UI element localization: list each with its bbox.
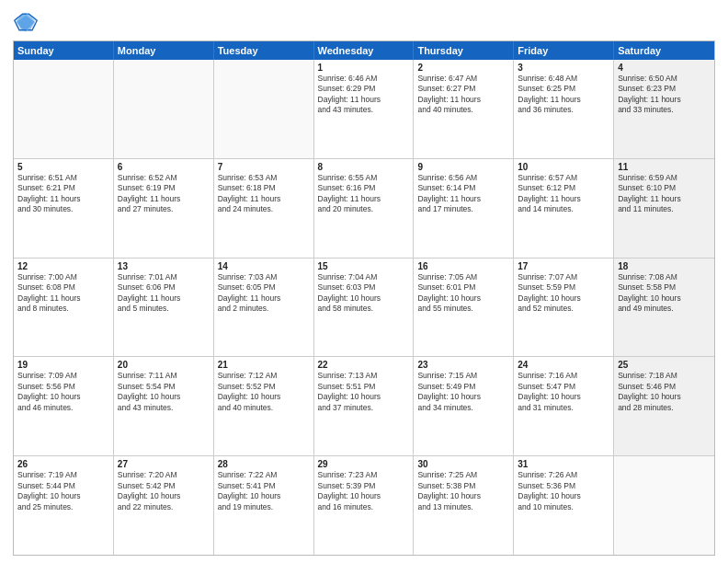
day-number: 16 bbox=[417, 261, 509, 271]
day-info: Sunrise: 7:15 AM Sunset: 5:49 PM Dayligh… bbox=[417, 371, 509, 413]
day-cell bbox=[214, 60, 314, 158]
day-number: 6 bbox=[118, 162, 210, 172]
day-number: 30 bbox=[417, 459, 509, 469]
week-row: 26Sunrise: 7:19 AM Sunset: 5:44 PM Dayli… bbox=[14, 455, 714, 555]
day-cell: 23Sunrise: 7:15 AM Sunset: 5:49 PM Dayli… bbox=[414, 357, 514, 455]
day-number: 20 bbox=[118, 360, 210, 370]
day-info: Sunrise: 7:01 AM Sunset: 6:06 PM Dayligh… bbox=[118, 272, 210, 315]
day-info: Sunrise: 6:48 AM Sunset: 6:25 PM Dayligh… bbox=[518, 74, 609, 116]
day-number: 1 bbox=[318, 63, 410, 73]
day-info: Sunrise: 7:08 AM Sunset: 5:58 PM Dayligh… bbox=[618, 272, 711, 315]
day-info: Sunrise: 7:20 AM Sunset: 5:42 PM Dayligh… bbox=[118, 470, 210, 512]
day-info: Sunrise: 6:57 AM Sunset: 6:12 PM Dayligh… bbox=[518, 173, 609, 215]
header bbox=[13, 9, 715, 35]
day-number: 12 bbox=[17, 261, 109, 271]
day-info: Sunrise: 6:47 AM Sunset: 6:27 PM Dayligh… bbox=[417, 74, 509, 116]
day-number: 21 bbox=[218, 360, 310, 370]
day-number: 13 bbox=[118, 261, 210, 271]
day-headers: SundayMondayTuesdayWednesdayThursdayFrid… bbox=[14, 41, 714, 60]
day-cell: 27Sunrise: 7:20 AM Sunset: 5:42 PM Dayli… bbox=[114, 456, 214, 555]
day-info: Sunrise: 7:12 AM Sunset: 5:52 PM Dayligh… bbox=[218, 371, 310, 413]
day-cell: 19Sunrise: 7:09 AM Sunset: 5:56 PM Dayli… bbox=[14, 357, 114, 455]
day-cell: 13Sunrise: 7:01 AM Sunset: 6:06 PM Dayli… bbox=[114, 259, 214, 357]
week-row: 1Sunrise: 6:46 AM Sunset: 6:29 PM Daylig… bbox=[14, 60, 714, 158]
day-number: 3 bbox=[518, 63, 609, 73]
day-number: 26 bbox=[17, 459, 109, 469]
day-info: Sunrise: 7:18 AM Sunset: 5:46 PM Dayligh… bbox=[618, 371, 711, 413]
day-cell: 7Sunrise: 6:53 AM Sunset: 6:18 PM Daylig… bbox=[214, 159, 314, 258]
day-cell bbox=[614, 456, 714, 555]
day-cell: 11Sunrise: 6:59 AM Sunset: 6:10 PM Dayli… bbox=[614, 159, 714, 258]
day-cell: 25Sunrise: 7:18 AM Sunset: 5:46 PM Dayli… bbox=[614, 357, 714, 455]
day-info: Sunrise: 6:51 AM Sunset: 6:21 PM Dayligh… bbox=[17, 173, 109, 215]
day-number: 19 bbox=[17, 360, 109, 370]
day-header: Wednesday bbox=[314, 41, 415, 60]
page: SundayMondayTuesdayWednesdayThursdayFrid… bbox=[0, 0, 728, 563]
day-number: 18 bbox=[618, 261, 711, 271]
day-cell: 12Sunrise: 7:00 AM Sunset: 6:08 PM Dayli… bbox=[14, 259, 114, 357]
day-cell: 26Sunrise: 7:19 AM Sunset: 5:44 PM Dayli… bbox=[14, 456, 114, 555]
day-cell bbox=[114, 60, 214, 158]
day-cell bbox=[14, 60, 114, 158]
day-header: Thursday bbox=[414, 41, 514, 60]
day-number: 27 bbox=[118, 459, 210, 469]
day-cell: 28Sunrise: 7:22 AM Sunset: 5:41 PM Dayli… bbox=[214, 456, 314, 555]
day-number: 8 bbox=[318, 162, 410, 172]
day-number: 5 bbox=[17, 162, 109, 172]
day-cell: 14Sunrise: 7:03 AM Sunset: 6:05 PM Dayli… bbox=[214, 259, 314, 357]
weeks: 1Sunrise: 6:46 AM Sunset: 6:29 PM Daylig… bbox=[14, 60, 714, 555]
day-number: 22 bbox=[318, 360, 410, 370]
day-info: Sunrise: 6:50 AM Sunset: 6:23 PM Dayligh… bbox=[618, 74, 711, 116]
day-cell: 20Sunrise: 7:11 AM Sunset: 5:54 PM Dayli… bbox=[114, 357, 214, 455]
day-cell: 30Sunrise: 7:25 AM Sunset: 5:38 PM Dayli… bbox=[414, 456, 514, 555]
day-header: Friday bbox=[514, 41, 614, 60]
day-cell: 2Sunrise: 6:47 AM Sunset: 6:27 PM Daylig… bbox=[414, 60, 514, 158]
logo-icon bbox=[13, 9, 39, 35]
day-number: 9 bbox=[417, 162, 509, 172]
day-info: Sunrise: 6:56 AM Sunset: 6:14 PM Dayligh… bbox=[417, 173, 509, 215]
day-number: 7 bbox=[218, 162, 310, 172]
day-info: Sunrise: 6:59 AM Sunset: 6:10 PM Dayligh… bbox=[618, 173, 711, 215]
day-info: Sunrise: 7:16 AM Sunset: 5:47 PM Dayligh… bbox=[518, 371, 609, 413]
day-number: 2 bbox=[417, 63, 509, 73]
day-info: Sunrise: 6:46 AM Sunset: 6:29 PM Dayligh… bbox=[318, 74, 410, 116]
day-cell: 4Sunrise: 6:50 AM Sunset: 6:23 PM Daylig… bbox=[614, 60, 714, 158]
day-info: Sunrise: 7:13 AM Sunset: 5:51 PM Dayligh… bbox=[318, 371, 410, 413]
day-cell: 9Sunrise: 6:56 AM Sunset: 6:14 PM Daylig… bbox=[414, 159, 514, 258]
day-number: 17 bbox=[518, 261, 609, 271]
day-info: Sunrise: 7:25 AM Sunset: 5:38 PM Dayligh… bbox=[417, 470, 509, 512]
day-number: 24 bbox=[518, 360, 609, 370]
logo bbox=[13, 9, 42, 35]
day-info: Sunrise: 7:07 AM Sunset: 5:59 PM Dayligh… bbox=[518, 272, 609, 315]
day-cell: 22Sunrise: 7:13 AM Sunset: 5:51 PM Dayli… bbox=[314, 357, 415, 455]
day-cell: 18Sunrise: 7:08 AM Sunset: 5:58 PM Dayli… bbox=[614, 259, 714, 357]
day-number: 28 bbox=[218, 459, 310, 469]
day-cell: 10Sunrise: 6:57 AM Sunset: 6:12 PM Dayli… bbox=[514, 159, 614, 258]
day-cell: 29Sunrise: 7:23 AM Sunset: 5:39 PM Dayli… bbox=[314, 456, 415, 555]
week-row: 12Sunrise: 7:00 AM Sunset: 6:08 PM Dayli… bbox=[14, 258, 714, 357]
day-info: Sunrise: 7:03 AM Sunset: 6:05 PM Dayligh… bbox=[218, 272, 310, 315]
day-number: 31 bbox=[518, 459, 609, 469]
day-info: Sunrise: 6:52 AM Sunset: 6:19 PM Dayligh… bbox=[118, 173, 210, 215]
day-cell: 24Sunrise: 7:16 AM Sunset: 5:47 PM Dayli… bbox=[514, 357, 614, 455]
day-number: 11 bbox=[618, 162, 711, 172]
day-info: Sunrise: 7:26 AM Sunset: 5:36 PM Dayligh… bbox=[518, 470, 609, 512]
day-header: Saturday bbox=[614, 41, 714, 60]
day-number: 15 bbox=[318, 261, 410, 271]
day-number: 4 bbox=[618, 63, 711, 73]
day-info: Sunrise: 7:11 AM Sunset: 5:54 PM Dayligh… bbox=[118, 371, 210, 413]
day-info: Sunrise: 7:09 AM Sunset: 5:56 PM Dayligh… bbox=[17, 371, 109, 413]
day-number: 23 bbox=[417, 360, 509, 370]
day-info: Sunrise: 7:22 AM Sunset: 5:41 PM Dayligh… bbox=[218, 470, 310, 512]
day-number: 29 bbox=[318, 459, 410, 469]
day-cell: 31Sunrise: 7:26 AM Sunset: 5:36 PM Dayli… bbox=[514, 456, 614, 555]
day-cell: 8Sunrise: 6:55 AM Sunset: 6:16 PM Daylig… bbox=[314, 159, 415, 258]
day-cell: 21Sunrise: 7:12 AM Sunset: 5:52 PM Dayli… bbox=[214, 357, 314, 455]
week-row: 19Sunrise: 7:09 AM Sunset: 5:56 PM Dayli… bbox=[14, 356, 714, 455]
day-cell: 17Sunrise: 7:07 AM Sunset: 5:59 PM Dayli… bbox=[514, 259, 614, 357]
day-header: Monday bbox=[114, 41, 214, 60]
day-cell: 5Sunrise: 6:51 AM Sunset: 6:21 PM Daylig… bbox=[14, 159, 114, 258]
day-info: Sunrise: 7:23 AM Sunset: 5:39 PM Dayligh… bbox=[318, 470, 410, 512]
day-number: 25 bbox=[618, 360, 711, 370]
day-header: Sunday bbox=[14, 41, 114, 60]
